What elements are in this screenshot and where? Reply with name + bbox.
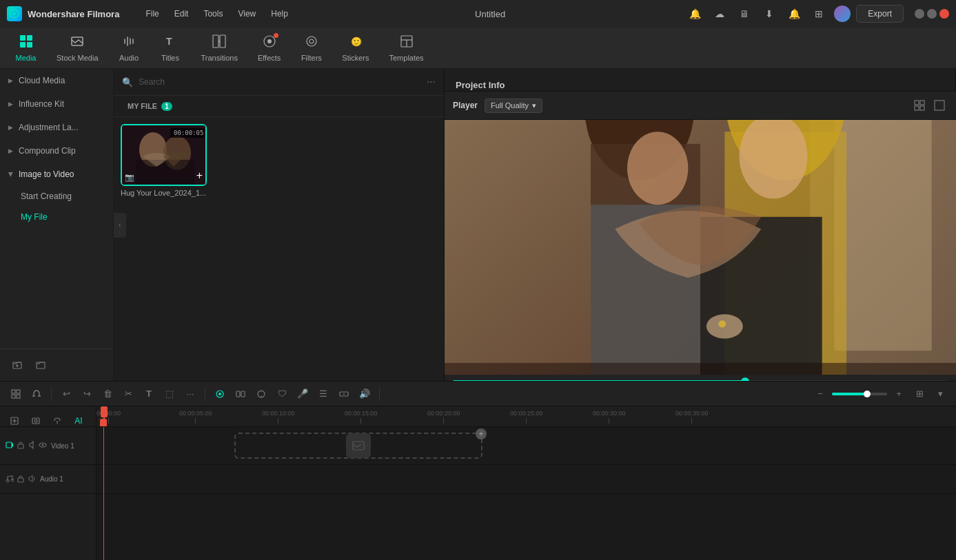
svg-rect-69 — [32, 418, 39, 424]
maximize-button[interactable]: □ — [927, 9, 937, 19]
svg-rect-47 — [445, 363, 956, 375]
download-icon[interactable]: ⬇ — [760, 4, 779, 23]
media-options-icon[interactable]: ··· — [427, 76, 436, 88]
eye-track-icon[interactable] — [39, 441, 47, 450]
ruler-line-3 — [360, 418, 361, 424]
toolbar-templates[interactable]: Templates — [380, 30, 431, 66]
menu-file[interactable]: File — [139, 6, 165, 21]
svg-rect-72 — [6, 442, 12, 448]
more-options-btn[interactable]: ⊞ — [911, 385, 928, 403]
toolbar-titles[interactable]: T Titles — [152, 30, 190, 66]
progress-thumb[interactable] — [741, 377, 749, 381]
fullscreen-layout-btn[interactable] — [931, 97, 948, 114]
cut-btn[interactable]: ✂ — [119, 385, 137, 403]
player-progress-bar[interactable] — [453, 380, 948, 381]
ruler-mark-1: 00:00:05:00 — [179, 410, 212, 424]
music-track-icon[interactable] — [6, 475, 14, 484]
sidebar-item-adjustment-layer[interactable]: ▶ Adjustment La... — [0, 116, 113, 139]
export-button[interactable]: Export — [856, 5, 904, 23]
ruler-line-7 — [691, 418, 692, 424]
svg-point-70 — [34, 419, 37, 422]
undo-btn[interactable]: ↩ — [57, 385, 75, 403]
sidebar-sub-start-creating[interactable]: Start Creating — [0, 186, 113, 207]
stabilize-btn[interactable] — [252, 385, 270, 403]
audio-lock-icon[interactable] — [17, 475, 25, 484]
minimize-button[interactable]: ─ — [915, 9, 924, 19]
toolbar-transitions[interactable]: Transitions — [193, 30, 246, 66]
menu-edit[interactable]: Edit — [167, 6, 196, 21]
scene-btn[interactable] — [7, 385, 25, 403]
grid-icon[interactable]: ⊞ — [809, 4, 828, 23]
toolbar-filters[interactable]: Filters — [292, 30, 330, 66]
add-track-btn[interactable] — [335, 385, 353, 403]
zoom-slider[interactable] — [832, 393, 887, 395]
progress-fill — [453, 380, 745, 381]
monitor-icon[interactable]: 🖥 — [735, 4, 754, 23]
toolbar-media[interactable]: Media — [7, 30, 45, 66]
close-button[interactable]: ✕ — [939, 9, 949, 19]
camera-track-icon[interactable] — [6, 441, 14, 450]
timeline-ruler[interactable]: 00:00:00 00:00:05:00 00:00:10:00 00:00:1… — [96, 406, 956, 427]
mic-btn[interactable]: 🎤 — [294, 385, 312, 403]
bell-icon[interactable]: 🔔 — [784, 4, 804, 23]
menu-tools[interactable]: Tools — [196, 6, 230, 21]
toolbar-audio[interactable]: Audio — [110, 30, 148, 66]
motion-btn[interactable] — [211, 385, 229, 403]
menu-help[interactable]: Help — [264, 6, 295, 21]
sidebar-item-compound-clip[interactable]: ▶ Compound Clip — [0, 139, 113, 163]
video-track-row[interactable]: + — [96, 427, 956, 465]
ruler-line-5 — [526, 418, 527, 424]
media-file-item[interactable]: 00:00:05 📷 + Hug Your Love_2024_1... — [121, 124, 207, 374]
titlebar-menu: File Edit Tools View Help — [139, 6, 295, 21]
add-folder-btn[interactable] — [8, 356, 26, 374]
preview-image — [445, 120, 956, 375]
audio-track-btn[interactable]: 🔊 — [356, 385, 374, 403]
toolbar-stickers[interactable]: 🙂 Stickers — [334, 30, 377, 66]
sidebar-item-image-to-video[interactable]: ▶ Image to Video — [0, 163, 113, 186]
toolbar-effects[interactable]: Effects — [250, 30, 289, 66]
magnet-btn[interactable] — [28, 385, 45, 403]
redo-btn[interactable]: ↪ — [78, 385, 96, 403]
svg-rect-3 — [20, 42, 26, 48]
new-folder-btn[interactable] — [32, 356, 50, 374]
text-btn[interactable]: T — [140, 385, 158, 403]
zoom-out-btn[interactable]: − — [811, 385, 829, 403]
sidebar-item-influence-kit[interactable]: ▶ Influence Kit — [0, 92, 113, 116]
ruler-mark-label-2: 00:00:10:00 — [262, 410, 295, 417]
start-creating-label: Start Creating — [21, 191, 72, 201]
protect-btn[interactable]: 🛡 — [273, 385, 291, 403]
player-header: Player Full Quality ▾ — [445, 92, 956, 120]
more-btn[interactable]: ··· — [181, 385, 199, 403]
settings-btn[interactable]: ☰ — [314, 385, 332, 403]
quality-selector[interactable]: Full Quality ▾ — [485, 98, 542, 113]
audio-vol-icon[interactable] — [28, 475, 36, 484]
media-thumbnail[interactable]: 00:00:05 📷 + — [121, 124, 207, 186]
toolbar-stock-media[interactable]: Stock Media — [48, 30, 107, 66]
menu-view[interactable]: View — [231, 6, 263, 21]
search-input[interactable] — [139, 77, 421, 87]
cloud-icon[interactable]: ☁ — [710, 4, 729, 23]
delete-btn[interactable]: 🗑 — [99, 385, 116, 403]
titles-icon: T — [163, 34, 177, 52]
notification-icon[interactable]: 🔔 — [685, 4, 704, 23]
crop-btn[interactable]: ⬚ — [161, 385, 179, 403]
sidebar-sub-my-file[interactable]: My File — [0, 207, 113, 227]
my-file-tab[interactable]: MY FILE 1 — [122, 100, 178, 112]
grid-layout-btn[interactable] — [911, 97, 928, 114]
overflow-btn[interactable]: ▾ — [931, 385, 949, 403]
zoom-in-btn[interactable]: + — [890, 385, 908, 403]
audio-track-row[interactable] — [96, 465, 956, 494]
sidebar-item-cloud-media[interactable]: ▶ Cloud Media — [0, 69, 113, 92]
user-avatar[interactable] — [834, 6, 851, 22]
drop-plus-icon: + — [476, 428, 487, 439]
sidebar-collapse-button[interactable]: ‹ — [114, 213, 126, 238]
ruler-line-4 — [443, 418, 444, 424]
lock-track-icon[interactable] — [17, 441, 25, 450]
speed-btn[interactable] — [232, 385, 250, 403]
image-to-video-arrow: ▶ — [8, 172, 14, 177]
svg-rect-58 — [236, 391, 240, 397]
thumb-plus-icon[interactable]: + — [196, 169, 203, 182]
audio-mute-icon[interactable] — [28, 441, 36, 450]
thumb-add-icon[interactable]: 📷 — [125, 173, 134, 182]
ruler-line-6 — [609, 418, 609, 424]
